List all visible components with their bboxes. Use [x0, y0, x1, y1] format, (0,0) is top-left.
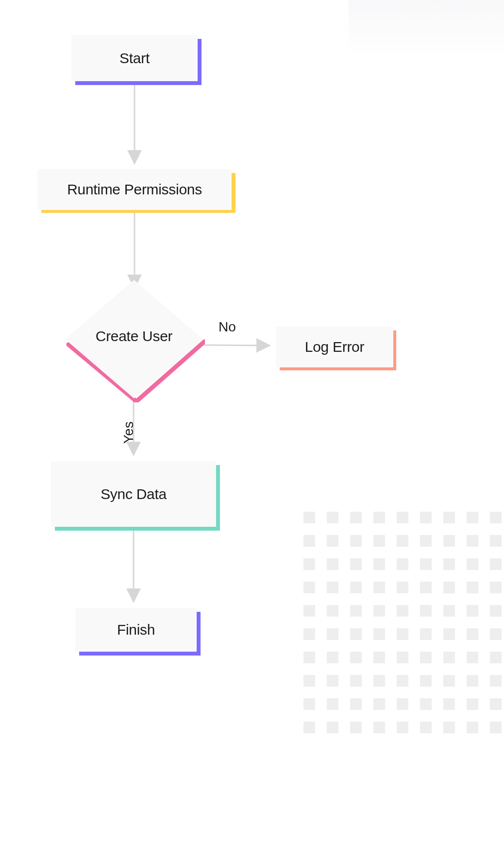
dot [443, 628, 455, 640]
dot [350, 582, 362, 593]
dot [327, 512, 338, 523]
top-gradient [349, 0, 504, 58]
dot [303, 605, 315, 617]
dot [303, 722, 315, 733]
dot [467, 675, 478, 687]
decorative-dot-grid [303, 512, 502, 733]
dot [350, 698, 362, 710]
dot [490, 698, 502, 710]
dot [467, 582, 478, 593]
dot [303, 698, 315, 710]
dot [373, 722, 385, 733]
dot [490, 535, 502, 547]
dot [327, 558, 338, 570]
create-user-decision-node: Create User [63, 278, 205, 402]
dot [327, 582, 338, 593]
dot [397, 628, 408, 640]
runtime-permissions-node: Runtime Permissions [37, 169, 232, 210]
dot [350, 535, 362, 547]
dot [490, 722, 502, 733]
dot [467, 535, 478, 547]
dot [420, 605, 432, 617]
dot [443, 535, 455, 547]
dot [350, 558, 362, 570]
dot [327, 628, 338, 640]
dot [350, 512, 362, 523]
dot [397, 698, 408, 710]
dot [443, 558, 455, 570]
start-label: Start [119, 50, 150, 67]
dot [373, 535, 385, 547]
dot [373, 558, 385, 570]
start-node: Start [71, 35, 198, 81]
log-error-node: Log Error [276, 327, 393, 367]
dot [350, 605, 362, 617]
arrows-layer [0, 0, 504, 864]
dot [397, 675, 408, 687]
dot [420, 698, 432, 710]
create-user-label: Create User [96, 328, 172, 345]
dot [373, 698, 385, 710]
dot [350, 722, 362, 733]
dot [420, 652, 432, 663]
log-error-label: Log Error [305, 339, 364, 355]
dot [467, 605, 478, 617]
dot [397, 605, 408, 617]
dot [373, 652, 385, 663]
dot [443, 675, 455, 687]
dot [467, 558, 478, 570]
dot [373, 582, 385, 593]
dot [443, 722, 455, 733]
dot [490, 652, 502, 663]
edge-label-no: No [218, 319, 236, 335]
dot [397, 512, 408, 523]
finish-node: Finish [75, 608, 197, 652]
dot [467, 698, 478, 710]
dot [490, 628, 502, 640]
dot [443, 652, 455, 663]
dot [420, 512, 432, 523]
dot [303, 512, 315, 523]
dot [327, 535, 338, 547]
dot [303, 628, 315, 640]
dot [397, 652, 408, 663]
dot [397, 558, 408, 570]
dot [420, 582, 432, 593]
dot [467, 628, 478, 640]
finish-label: Finish [117, 622, 155, 638]
dot [443, 698, 455, 710]
dot [303, 675, 315, 687]
dot [443, 512, 455, 523]
dot [490, 605, 502, 617]
dot [373, 675, 385, 687]
dot [397, 722, 408, 733]
dot [303, 582, 315, 593]
sync-data-label: Sync Data [101, 486, 167, 502]
dot [490, 512, 502, 523]
dot [443, 582, 455, 593]
dot [443, 605, 455, 617]
dot [303, 535, 315, 547]
arrow-createuser-to-logerror [202, 345, 269, 346]
dot [490, 582, 502, 593]
dot [327, 698, 338, 710]
dot [303, 558, 315, 570]
dot [420, 722, 432, 733]
dot [467, 722, 478, 733]
dot [420, 628, 432, 640]
dot [303, 652, 315, 663]
runtime-permissions-label: Runtime Permissions [67, 181, 202, 198]
dot [490, 558, 502, 570]
dot [420, 558, 432, 570]
dot [467, 652, 478, 663]
dot [350, 652, 362, 663]
dot [373, 512, 385, 523]
sync-data-node: Sync Data [51, 461, 216, 527]
dot [327, 675, 338, 687]
dot [397, 535, 408, 547]
dot [397, 582, 408, 593]
dot [420, 535, 432, 547]
dot [373, 628, 385, 640]
dot [327, 652, 338, 663]
dot [350, 675, 362, 687]
